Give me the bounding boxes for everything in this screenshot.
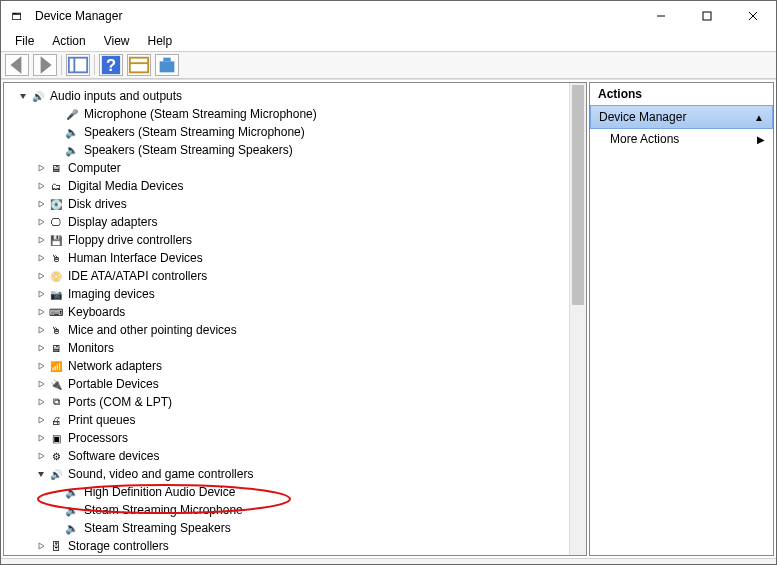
tree-node-portable[interactable]: Portable Devices xyxy=(4,375,586,393)
show-hide-console-button[interactable] xyxy=(66,54,90,76)
svg-rect-8 xyxy=(130,58,148,73)
tree-node-audio[interactable]: Audio inputs and outputs xyxy=(4,87,586,105)
tree-node-sound[interactable]: Sound, video and game controllers xyxy=(4,465,586,483)
tree-node-imaging[interactable]: Imaging devices xyxy=(4,285,586,303)
tree-node-network[interactable]: Network adapters xyxy=(4,357,586,375)
mouse-icon xyxy=(48,322,64,338)
software-icon xyxy=(48,448,64,464)
actions-header: Actions xyxy=(590,83,773,106)
tree-node-monitors[interactable]: Monitors xyxy=(4,339,586,357)
svg-rect-1 xyxy=(703,12,711,20)
help-button[interactable]: ? xyxy=(99,54,123,76)
tree-label: High Definition Audio Device xyxy=(84,485,235,499)
chevron-right-icon[interactable] xyxy=(34,182,48,190)
ata-icon xyxy=(48,268,64,284)
content-area: Audio inputs and outputs Microphone (Ste… xyxy=(1,79,776,558)
close-button[interactable] xyxy=(730,1,776,31)
chevron-right-icon[interactable] xyxy=(34,290,48,298)
tree-node-audio-child[interactable]: Speakers (Steam Streaming Speakers) xyxy=(4,141,586,159)
tree-node-printqueues[interactable]: Print queues xyxy=(4,411,586,429)
chevron-right-icon[interactable] xyxy=(34,236,48,244)
tree-label: IDE ATA/ATAPI controllers xyxy=(68,269,207,283)
chevron-down-icon[interactable] xyxy=(34,470,48,478)
tree-node-audio-child[interactable]: Speakers (Steam Streaming Microphone) xyxy=(4,123,586,141)
menu-file[interactable]: File xyxy=(7,32,42,50)
tree-label: Storage controllers xyxy=(68,539,169,553)
microphone-icon xyxy=(64,106,80,122)
tree-label: Steam Streaming Speakers xyxy=(84,521,231,535)
chevron-right-icon[interactable] xyxy=(34,308,48,316)
chevron-right-icon[interactable] xyxy=(34,326,48,334)
vertical-scrollbar[interactable] xyxy=(569,83,586,555)
back-button[interactable] xyxy=(5,54,29,76)
tree-node-ata[interactable]: IDE ATA/ATAPI controllers xyxy=(4,267,586,285)
device-tree[interactable]: Audio inputs and outputs Microphone (Ste… xyxy=(4,83,586,555)
tree-node-keyboards[interactable]: Keyboards xyxy=(4,303,586,321)
tree-node-floppy[interactable]: Floppy drive controllers xyxy=(4,231,586,249)
portable-icon xyxy=(48,376,64,392)
tree-label: Steam Streaming Microphone xyxy=(84,503,243,517)
forward-button[interactable] xyxy=(33,54,57,76)
titlebar: Device Manager xyxy=(1,1,776,31)
network-icon xyxy=(48,358,64,374)
tree-node-software[interactable]: Software devices xyxy=(4,447,586,465)
tree-node-ports[interactable]: Ports (COM & LPT) xyxy=(4,393,586,411)
tree-node-storage[interactable]: Storage controllers xyxy=(4,537,586,555)
tree-node-hid[interactable]: Human Interface Devices xyxy=(4,249,586,267)
toolbar: ? xyxy=(1,51,776,79)
scan-hardware-button[interactable] xyxy=(155,54,179,76)
chevron-right-icon[interactable] xyxy=(34,200,48,208)
chevron-right-icon[interactable] xyxy=(34,380,48,388)
menu-view[interactable]: View xyxy=(96,32,138,50)
chevron-right-icon[interactable] xyxy=(34,398,48,406)
tree-node-sound-child-highdef[interactable]: High Definition Audio Device xyxy=(4,483,586,501)
chevron-right-icon[interactable] xyxy=(34,254,48,262)
tree-node-digitalmedia[interactable]: Digital Media Devices xyxy=(4,177,586,195)
scrollbar-thumb[interactable] xyxy=(572,85,584,305)
speaker-icon xyxy=(64,142,80,158)
speaker-icon xyxy=(64,484,80,500)
tree-node-diskdrives[interactable]: Disk drives xyxy=(4,195,586,213)
tree-node-sound-child[interactable]: Steam Streaming Microphone xyxy=(4,501,586,519)
actions-panel: Actions Device Manager ▲ More Actions ▶ xyxy=(589,82,774,556)
actions-more-row[interactable]: More Actions ▶ xyxy=(590,128,773,150)
tree-label: Audio inputs and outputs xyxy=(50,89,182,103)
chevron-right-icon[interactable] xyxy=(34,164,48,172)
menu-help[interactable]: Help xyxy=(140,32,181,50)
tree-node-mice[interactable]: Mice and other pointing devices xyxy=(4,321,586,339)
chevron-right-icon[interactable] xyxy=(34,434,48,442)
properties-button[interactable] xyxy=(127,54,151,76)
tree-node-displayadapters[interactable]: Display adapters xyxy=(4,213,586,231)
keyboard-icon xyxy=(48,304,64,320)
actions-device-manager-row[interactable]: Device Manager ▲ xyxy=(590,105,773,129)
speaker-icon xyxy=(64,124,80,140)
tree-node-processors[interactable]: Processors xyxy=(4,429,586,447)
chevron-right-icon[interactable] xyxy=(34,542,48,550)
chevron-right-icon[interactable] xyxy=(34,362,48,370)
tree-node-computer[interactable]: Computer xyxy=(4,159,586,177)
speaker-icon xyxy=(64,520,80,536)
chevron-right-icon[interactable] xyxy=(34,452,48,460)
minimize-button[interactable] xyxy=(638,1,684,31)
device-tree-panel: Audio inputs and outputs Microphone (Ste… xyxy=(3,82,587,556)
toolbar-separator xyxy=(61,55,62,75)
toolbar-separator xyxy=(94,55,95,75)
tree-node-audio-child[interactable]: Microphone (Steam Streaming Microphone) xyxy=(4,105,586,123)
tree-node-sound-child[interactable]: Steam Streaming Speakers xyxy=(4,519,586,537)
menu-action[interactable]: Action xyxy=(44,32,93,50)
media-icon xyxy=(48,178,64,194)
chevron-right-icon[interactable] xyxy=(34,218,48,226)
chevron-right-icon[interactable] xyxy=(34,344,48,352)
tree-label: Print queues xyxy=(68,413,135,427)
speaker-icon xyxy=(64,502,80,518)
maximize-button[interactable] xyxy=(684,1,730,31)
tree-label: Microphone (Steam Streaming Microphone) xyxy=(84,107,317,121)
chevron-right-icon[interactable] xyxy=(34,416,48,424)
computer-icon xyxy=(48,160,64,176)
chevron-down-icon[interactable] xyxy=(16,92,30,100)
svg-text:?: ? xyxy=(106,56,116,74)
tree-label: Processors xyxy=(68,431,128,445)
chevron-right-icon[interactable] xyxy=(34,272,48,280)
tree-label: Digital Media Devices xyxy=(68,179,183,193)
app-icon xyxy=(9,8,25,24)
